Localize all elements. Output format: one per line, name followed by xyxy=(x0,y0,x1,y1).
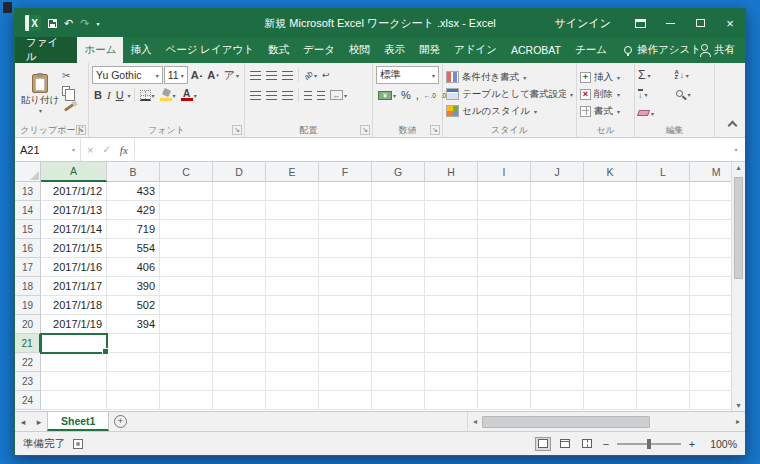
cut-button[interactable]: ✂ xyxy=(60,67,78,83)
cell-E18[interactable] xyxy=(266,277,319,296)
cell-D15[interactable] xyxy=(213,220,266,239)
hscroll-thumb[interactable] xyxy=(482,416,650,428)
zoom-out-button[interactable]: − xyxy=(601,438,611,450)
cell-E19[interactable] xyxy=(266,296,319,315)
name-box[interactable]: A21 ▾ xyxy=(15,138,81,161)
row-header-15[interactable]: 15 xyxy=(15,220,41,239)
cell-C22[interactable] xyxy=(160,353,213,372)
share-button[interactable]: 共有 xyxy=(701,37,745,63)
close-button[interactable]: × xyxy=(715,9,745,37)
cell-J21[interactable] xyxy=(531,334,584,353)
cell-J23[interactable] xyxy=(531,372,584,391)
cell-C18[interactable] xyxy=(160,277,213,296)
cell-J19[interactable] xyxy=(531,296,584,315)
ribbon-tab-ACROBAT[interactable]: ACROBAT xyxy=(504,37,568,63)
cell-J24[interactable] xyxy=(531,391,584,410)
cell-I19[interactable] xyxy=(478,296,531,315)
cancel-entry-button[interactable]: × xyxy=(87,144,93,156)
align-bottom-button[interactable] xyxy=(280,66,295,84)
ribbon-tab-ホーム[interactable]: ホーム xyxy=(77,37,123,63)
cell-G24[interactable] xyxy=(372,391,425,410)
cell-C24[interactable] xyxy=(160,391,213,410)
clipboard-dialog-launcher[interactable]: ↘ xyxy=(76,125,86,135)
paste-button[interactable]: 貼り付け ▾ xyxy=(20,65,60,123)
cell-J14[interactable] xyxy=(531,201,584,220)
column-header-K[interactable]: K xyxy=(584,162,637,182)
row-header-20[interactable]: 20 xyxy=(15,315,41,334)
align-left-button[interactable] xyxy=(248,86,263,104)
decrease-font-button[interactable]: A▾ xyxy=(205,66,220,84)
cell-E20[interactable] xyxy=(266,315,319,334)
cell-H22[interactable] xyxy=(425,353,478,372)
cell-M19[interactable] xyxy=(690,296,731,315)
row-header-13[interactable]: 13 xyxy=(15,182,41,201)
cell-F23[interactable] xyxy=(319,372,372,391)
cell-B21[interactable] xyxy=(107,334,160,353)
zoom-level[interactable]: 100% xyxy=(703,438,737,450)
cell-M17[interactable] xyxy=(690,258,731,277)
cell-A17[interactable]: 2017/1/16 xyxy=(41,258,107,277)
redo-button[interactable]: ↷ xyxy=(80,18,89,29)
excel-app-icon[interactable]: X xyxy=(25,15,41,31)
cell-A23[interactable] xyxy=(41,372,107,391)
wrap-text-button[interactable]: ↩ xyxy=(320,66,332,84)
cell-A19[interactable]: 2017/1/18 xyxy=(41,296,107,315)
cell-M18[interactable] xyxy=(690,277,731,296)
cell-J20[interactable] xyxy=(531,315,584,334)
row-header-16[interactable]: 16 xyxy=(15,239,41,258)
cell-E17[interactable] xyxy=(266,258,319,277)
cell-C21[interactable] xyxy=(160,334,213,353)
cell-F14[interactable] xyxy=(319,201,372,220)
cell-A22[interactable] xyxy=(41,353,107,372)
cell-A13[interactable]: 2017/1/12 xyxy=(41,182,107,201)
cell-L24[interactable] xyxy=(637,391,690,410)
vscroll-thumb[interactable] xyxy=(734,177,743,279)
cell-B23[interactable] xyxy=(107,372,160,391)
cell-J22[interactable] xyxy=(531,353,584,372)
cell-F13[interactable] xyxy=(319,182,372,201)
zoom-slider[interactable] xyxy=(617,443,681,445)
formula-input[interactable] xyxy=(135,138,727,161)
cell-J18[interactable] xyxy=(531,277,584,296)
cell-H13[interactable] xyxy=(425,182,478,201)
font-color-button[interactable]: A▾ xyxy=(179,86,199,104)
tell-me-button[interactable]: 操作アシスト xyxy=(624,37,701,63)
cell-G21[interactable] xyxy=(372,334,425,353)
desktop-icon[interactable] xyxy=(3,2,12,13)
comma-format-button[interactable]: , xyxy=(414,86,421,104)
cell-G15[interactable] xyxy=(372,220,425,239)
cell-D13[interactable] xyxy=(213,182,266,201)
column-header-F[interactable]: F xyxy=(319,162,372,182)
cell-L13[interactable] xyxy=(637,182,690,201)
cell-L15[interactable] xyxy=(637,220,690,239)
cell-G13[interactable] xyxy=(372,182,425,201)
borders-button[interactable]: ▾ xyxy=(138,86,157,104)
cell-E16[interactable] xyxy=(266,239,319,258)
fill-button[interactable]: ↓▾ xyxy=(638,86,675,102)
cell-B20[interactable]: 394 xyxy=(107,315,160,334)
align-right-button[interactable] xyxy=(280,86,295,104)
cell-D21[interactable] xyxy=(213,334,266,353)
ribbon-tab-表示[interactable]: 表示 xyxy=(377,37,412,63)
row-header-19[interactable]: 19 xyxy=(15,296,41,315)
styles-item-0[interactable]: 条件付き書式▾ xyxy=(446,69,573,86)
cell-G17[interactable] xyxy=(372,258,425,277)
row-header-14[interactable]: 14 xyxy=(15,201,41,220)
cell-B15[interactable]: 719 xyxy=(107,220,160,239)
cell-I20[interactable] xyxy=(478,315,531,334)
cell-C17[interactable] xyxy=(160,258,213,277)
align-top-button[interactable] xyxy=(248,66,263,84)
cell-L19[interactable] xyxy=(637,296,690,315)
cell-L23[interactable] xyxy=(637,372,690,391)
cell-J13[interactable] xyxy=(531,182,584,201)
cell-F17[interactable] xyxy=(319,258,372,277)
minimize-button[interactable] xyxy=(655,9,685,37)
cell-K14[interactable] xyxy=(584,201,637,220)
orientation-button[interactable]: ab▾ xyxy=(302,66,319,84)
vscroll-up-arrow[interactable]: ▴ xyxy=(732,163,745,172)
vertical-scrollbar[interactable]: ▴ ▾ xyxy=(731,162,745,411)
cell-L20[interactable] xyxy=(637,315,690,334)
cell-B24[interactable] xyxy=(107,391,160,410)
cell-I16[interactable] xyxy=(478,239,531,258)
cell-H19[interactable] xyxy=(425,296,478,315)
